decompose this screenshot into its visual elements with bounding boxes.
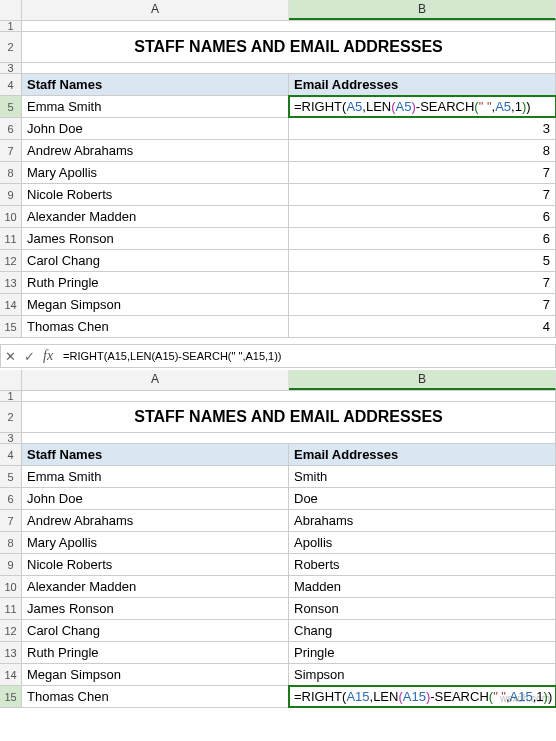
cell-A3-2[interactable] (22, 433, 556, 443)
cell-B6[interactable]: Doe (289, 488, 556, 509)
row-header-4[interactable]: 4 (0, 74, 22, 95)
row-header-5[interactable]: 5 (0, 96, 22, 117)
cancel-icon[interactable]: ✕ (5, 349, 16, 364)
cell-B10[interactable]: 6 (289, 206, 556, 227)
row-header-12[interactable]: 12 (0, 620, 22, 641)
cell-A5[interactable]: Emma Smith (22, 466, 289, 487)
cell-B6[interactable]: 3 (289, 118, 556, 139)
row-1: 1 (0, 21, 556, 32)
cell-B15[interactable]: 4 (289, 316, 556, 337)
cell-B13[interactable]: Pringle (289, 642, 556, 663)
cell-A6[interactable]: John Doe (22, 118, 289, 139)
cell-B11[interactable]: 6 (289, 228, 556, 249)
cell-A9[interactable]: Nicole Roberts (22, 184, 289, 205)
cell-B5[interactable]: =RIGHT(A5,LEN(A5)-SEARCH(" ",A5,1)) (289, 96, 556, 117)
row-header-11[interactable]: 11 (0, 598, 22, 619)
cell-B9[interactable]: Roberts (289, 554, 556, 575)
row-header-6[interactable]: 6 (0, 118, 22, 139)
header-staff-names-2[interactable]: Staff Names (22, 444, 289, 465)
formula-input[interactable] (61, 349, 551, 363)
cell-B5[interactable]: Smith (289, 466, 556, 487)
row-header-10[interactable]: 10 (0, 206, 22, 227)
cell-A12[interactable]: Carol Chang (22, 250, 289, 271)
select-all-corner[interactable] (0, 0, 22, 20)
col-header-A-2[interactable]: A (22, 370, 289, 390)
cell-B8[interactable]: Apollis (289, 532, 556, 553)
table-row: 7Andrew AbrahamsAbrahams (0, 510, 556, 532)
cell-A1[interactable] (22, 21, 556, 31)
cell-A13[interactable]: Ruth Pringle (22, 642, 289, 663)
title-cell-2[interactable]: STAFF NAMES AND EMAIL ADDRESSES (22, 402, 556, 432)
row-header-9[interactable]: 9 (0, 554, 22, 575)
cell-B14[interactable]: 7 (289, 294, 556, 315)
cell-B8[interactable]: 7 (289, 162, 556, 183)
cell-A14[interactable]: Megan Simpson (22, 294, 289, 315)
cell-B14[interactable]: Simpson (289, 664, 556, 685)
cell-B11[interactable]: Ronson (289, 598, 556, 619)
cell-A11[interactable]: James Ronson (22, 228, 289, 249)
row-header-12[interactable]: 12 (0, 250, 22, 271)
row-header-3[interactable]: 3 (0, 63, 22, 73)
cell-A13[interactable]: Ruth Pringle (22, 272, 289, 293)
row-4-headers: 4 Staff Names Email Addresses (0, 74, 556, 96)
select-all-corner-2[interactable] (0, 370, 22, 390)
row-header-11[interactable]: 11 (0, 228, 22, 249)
cell-A12[interactable]: Carol Chang (22, 620, 289, 641)
row-header-7[interactable]: 7 (0, 510, 22, 531)
cell-B10[interactable]: Madden (289, 576, 556, 597)
header-email-addresses[interactable]: Email Addresses (289, 74, 556, 95)
row-header-6[interactable]: 6 (0, 488, 22, 509)
cell-A10[interactable]: Alexander Madden (22, 576, 289, 597)
cell-A8[interactable]: Mary Apollis (22, 532, 289, 553)
cell-B12[interactable]: Chang (289, 620, 556, 641)
cell-B7[interactable]: 8 (289, 140, 556, 161)
cell-A10[interactable]: Alexander Madden (22, 206, 289, 227)
row-header-13[interactable]: 13 (0, 272, 22, 293)
cell-A11[interactable]: James Ronson (22, 598, 289, 619)
cell-A15[interactable]: Thomas Chen (22, 316, 289, 337)
row-header-7[interactable]: 7 (0, 140, 22, 161)
row-header-5[interactable]: 5 (0, 466, 22, 487)
cell-A8[interactable]: Mary Apollis (22, 162, 289, 183)
row-header-14[interactable]: 14 (0, 664, 22, 685)
header-staff-names[interactable]: Staff Names (22, 74, 289, 95)
col-header-A[interactable]: A (22, 0, 289, 20)
row-header-2[interactable]: 2 (0, 32, 22, 62)
row-header-8[interactable]: 8 (0, 532, 22, 553)
cell-A1-2[interactable] (22, 391, 556, 401)
cell-A5[interactable]: Emma Smith (22, 96, 289, 117)
cell-B7[interactable]: Abrahams (289, 510, 556, 531)
row-header-14[interactable]: 14 (0, 294, 22, 315)
cell-A7[interactable]: Andrew Abrahams (22, 510, 289, 531)
cell-A6[interactable]: John Doe (22, 488, 289, 509)
confirm-icon[interactable]: ✓ (24, 349, 35, 364)
row-header-15[interactable]: 15 (0, 316, 22, 337)
col-header-B[interactable]: B (289, 0, 556, 20)
row-header-9[interactable]: 9 (0, 184, 22, 205)
col-header-B-2[interactable]: B (289, 370, 556, 390)
header-email-addresses-2[interactable]: Email Addresses (289, 444, 556, 465)
cell-B15[interactable]: =RIGHT(A15,LEN(A15)-SEARCH(" ",A15,1)) (289, 686, 556, 707)
cell-B12[interactable]: 5 (289, 250, 556, 271)
table-row: 14Megan Simpson7 (0, 294, 556, 316)
cell-B9[interactable]: 7 (289, 184, 556, 205)
row-header-2-2[interactable]: 2 (0, 402, 22, 432)
row-header-13[interactable]: 13 (0, 642, 22, 663)
row-2-title-2: 2 STAFF NAMES AND EMAIL ADDRESSES (0, 402, 556, 433)
cell-A3[interactable] (22, 63, 556, 73)
row-header-15[interactable]: 15 (0, 686, 22, 707)
row-header-10[interactable]: 10 (0, 576, 22, 597)
row-header-3-2[interactable]: 3 (0, 433, 22, 443)
cell-A7[interactable]: Andrew Abrahams (22, 140, 289, 161)
cell-A9[interactable]: Nicole Roberts (22, 554, 289, 575)
title-cell[interactable]: STAFF NAMES AND EMAIL ADDRESSES (22, 32, 556, 62)
row-header-1-2[interactable]: 1 (0, 391, 22, 401)
cell-A14[interactable]: Megan Simpson (22, 664, 289, 685)
cell-B13[interactable]: 7 (289, 272, 556, 293)
column-headers: A B (0, 0, 556, 21)
fx-icon[interactable]: fx (43, 348, 53, 364)
cell-A15[interactable]: Thomas Chen (22, 686, 289, 707)
row-header-1[interactable]: 1 (0, 21, 22, 31)
row-header-4-2[interactable]: 4 (0, 444, 22, 465)
row-header-8[interactable]: 8 (0, 162, 22, 183)
